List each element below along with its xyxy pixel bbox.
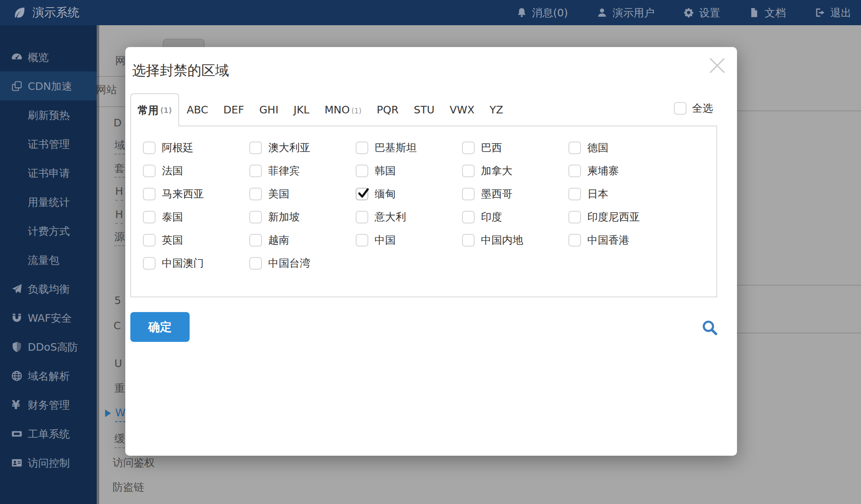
region-option-加拿大[interactable]: 加拿大 xyxy=(462,159,568,182)
region-option-巴西[interactable]: 巴西 xyxy=(462,136,568,159)
region-option-新加坡[interactable]: 新加坡 xyxy=(249,205,356,228)
background-fragment: 套 xyxy=(114,162,125,178)
sidebar-item-yen-12[interactable]: ¥财务管理 xyxy=(0,390,97,419)
region-option-越南[interactable]: 越南 xyxy=(249,228,356,252)
sidebar-item-copy-1[interactable]: CDN加速 xyxy=(0,71,97,100)
sidebar-item-sub-2[interactable]: 刷新预热 xyxy=(0,100,97,129)
checkbox-unchecked[interactable] xyxy=(356,234,368,247)
sidebar-item-magnet-9[interactable]: WAF安全 xyxy=(0,303,97,332)
checkbox-unchecked[interactable] xyxy=(143,234,156,247)
tab-JKL[interactable]: JKL xyxy=(286,104,317,116)
checkbox-unchecked[interactable] xyxy=(568,188,581,200)
checkbox-unchecked[interactable] xyxy=(143,188,156,200)
navbar-item-gear[interactable]: 设置 xyxy=(683,6,720,20)
region-option-菲律宾[interactable]: 菲律宾 xyxy=(249,159,356,182)
gear-icon xyxy=(683,7,694,18)
select-all-checkbox[interactable] xyxy=(674,102,687,115)
checkbox-unchecked[interactable] xyxy=(462,234,475,247)
brand[interactable]: 演示系统 xyxy=(0,5,79,21)
sidebar-item-label: DDoS高防 xyxy=(28,340,78,354)
sidebar-item-gauge-0[interactable]: 概览 xyxy=(0,42,97,71)
region-option-中国台湾[interactable]: 中国台湾 xyxy=(249,252,356,275)
region-option-澳大利亚[interactable]: 澳大利亚 xyxy=(249,136,356,159)
region-option-中国内地[interactable]: 中国内地 xyxy=(462,228,568,252)
region-option-意大利[interactable]: 意大利 xyxy=(356,205,462,228)
region-label: 中国澳门 xyxy=(162,256,204,270)
checkbox-unchecked[interactable] xyxy=(568,142,581,154)
sidebar-item-paper-plane-8[interactable]: 负载均衡 xyxy=(0,274,97,303)
active-menu-arrow-icon xyxy=(105,410,111,417)
checkbox-unchecked[interactable] xyxy=(249,188,262,200)
checkbox-unchecked[interactable] xyxy=(462,165,475,177)
search-button[interactable] xyxy=(700,318,720,338)
tab-MNO[interactable]: MNO(1) xyxy=(317,104,369,116)
checkbox-unchecked[interactable] xyxy=(249,211,262,223)
checkbox-unchecked[interactable] xyxy=(143,257,156,270)
tab-STU[interactable]: STU xyxy=(406,104,442,116)
region-option-美国[interactable]: 美国 xyxy=(249,182,356,205)
tab-YZ[interactable]: YZ xyxy=(482,104,511,116)
sidebar-item-globe-11[interactable]: 域名解析 xyxy=(0,361,97,390)
checkbox-unchecked[interactable] xyxy=(249,165,262,177)
navbar-item-file[interactable]: 文档 xyxy=(749,6,786,20)
region-option-中国澳门[interactable]: 中国澳门 xyxy=(143,252,249,275)
region-option-泰国[interactable]: 泰国 xyxy=(143,205,249,228)
tab-PQR[interactable]: PQR xyxy=(369,104,406,116)
checkbox-unchecked[interactable] xyxy=(356,165,368,177)
sidebar-item-label: 工单系统 xyxy=(28,427,70,441)
tab-label: STU xyxy=(414,104,434,116)
checkbox-unchecked[interactable] xyxy=(143,211,156,223)
region-option-印度尼西亚[interactable]: 印度尼西亚 xyxy=(568,205,675,228)
region-option-中国香港[interactable]: 中国香港 xyxy=(568,228,675,252)
close-button[interactable] xyxy=(705,53,730,78)
tab-label: DEF xyxy=(223,104,244,116)
checkbox-checked[interactable] xyxy=(356,188,368,200)
select-all-label: 全选 xyxy=(692,101,713,115)
checkbox-unchecked[interactable] xyxy=(462,188,475,200)
checkbox-unchecked[interactable] xyxy=(568,211,581,223)
region-option-法国[interactable]: 法国 xyxy=(143,159,249,182)
checkbox-unchecked[interactable] xyxy=(462,211,475,223)
sidebar-item-sub-3[interactable]: 证书管理 xyxy=(0,129,97,158)
region-option-印度[interactable]: 印度 xyxy=(462,205,568,228)
region-option-英国[interactable]: 英国 xyxy=(143,228,249,252)
region-option-韩国[interactable]: 韩国 xyxy=(356,159,462,182)
region-option-阿根廷[interactable]: 阿根廷 xyxy=(143,136,249,159)
checkbox-unchecked[interactable] xyxy=(462,142,475,154)
confirm-button[interactable]: 确定 xyxy=(130,312,190,342)
tab-ABC[interactable]: ABC xyxy=(179,104,216,116)
tab-VWX[interactable]: VWX xyxy=(442,104,482,116)
tab-DEF[interactable]: DEF xyxy=(216,104,251,116)
region-option-缅甸[interactable]: 缅甸 xyxy=(356,182,462,205)
region-option-马来西亚[interactable]: 马来西亚 xyxy=(143,182,249,205)
navbar-item-user[interactable]: 演示用户 xyxy=(597,6,655,20)
sidebar-item-shield-10[interactable]: DDoS高防 xyxy=(0,332,97,361)
navbar-item-sign-out[interactable]: 退出 xyxy=(814,6,851,20)
region-option-巴基斯坦[interactable]: 巴基斯坦 xyxy=(356,136,462,159)
select-all-control[interactable]: 全选 xyxy=(674,101,713,115)
checkbox-unchecked[interactable] xyxy=(143,142,156,154)
region-option-墨西哥[interactable]: 墨西哥 xyxy=(462,182,568,205)
checkbox-unchecked[interactable] xyxy=(568,165,581,177)
sidebar-item-sub-4[interactable]: 证书申请 xyxy=(0,158,97,187)
sidebar-item-sub-5[interactable]: 用量统计 xyxy=(0,187,97,216)
region-option-日本[interactable]: 日本 xyxy=(568,182,675,205)
checkbox-unchecked[interactable] xyxy=(249,257,262,270)
tab-常用[interactable]: 常用(1) xyxy=(130,93,179,126)
checkbox-unchecked[interactable] xyxy=(249,234,262,247)
region-option-柬埔寨[interactable]: 柬埔寨 xyxy=(568,159,675,182)
sidebar-item-id-card-14[interactable]: 访问控制 xyxy=(0,448,97,477)
sidebar-item-ticket-13[interactable]: 工单系统 xyxy=(0,419,97,448)
checkbox-unchecked[interactable] xyxy=(143,165,156,177)
tab-GHI[interactable]: GHI xyxy=(252,104,286,116)
checkbox-unchecked[interactable] xyxy=(356,211,368,223)
checkbox-unchecked[interactable] xyxy=(249,142,262,154)
region-option-德国[interactable]: 德国 xyxy=(568,136,675,159)
navbar-item-bell[interactable]: 消息(0) xyxy=(516,6,568,20)
sidebar-item-sub-6[interactable]: 计费方式 xyxy=(0,216,97,245)
sidebar-item-sub-7[interactable]: 流量包 xyxy=(0,245,97,274)
background-fragment: 5 xyxy=(114,294,121,307)
checkbox-unchecked[interactable] xyxy=(356,142,368,154)
region-option-中国[interactable]: 中国 xyxy=(356,228,462,252)
checkbox-unchecked[interactable] xyxy=(568,234,581,247)
